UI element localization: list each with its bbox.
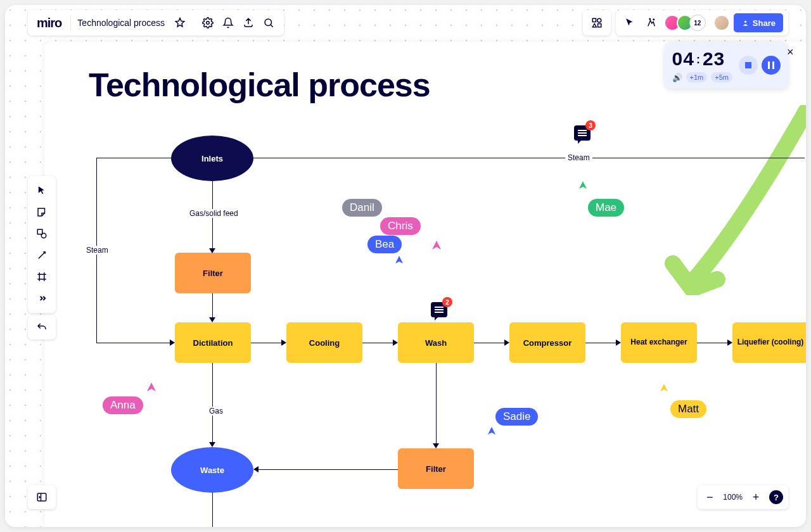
undo-button[interactable] [28,315,56,339]
zoom-value[interactable]: 100% [723,493,743,502]
svg-point-1 [265,19,272,26]
shape-tool[interactable] [30,223,53,244]
cursor-danil: Danil [342,199,382,217]
export-icon[interactable] [239,14,257,32]
avatar-self[interactable] [713,15,730,31]
node-heatex[interactable]: Heat exchanger [621,322,697,363]
star-icon[interactable] [171,14,189,32]
svg-rect-9 [772,61,774,69]
line-tool[interactable] [30,244,53,266]
panel-toggle[interactable] [28,485,56,509]
svg-point-5 [649,18,651,20]
connector[interactable] [212,493,213,527]
connector[interactable] [253,158,805,158]
node-wash[interactable]: Wash [398,322,474,363]
connector[interactable] [251,343,283,343]
svg-rect-7 [745,62,751,68]
timer-stop-button[interactable] [739,56,758,75]
canvas-title[interactable]: Technological process [89,66,430,104]
cursor-icon[interactable] [621,14,639,32]
cursor-matt: Matt [670,400,706,418]
settings-icon[interactable] [199,14,217,32]
top-bar: miro Technological process [28,10,284,35]
timer-time: 04:23 [672,48,732,70]
timer-widget[interactable]: 04:23 🔊 +1m +5m × [665,42,788,89]
zoom-out-button[interactable]: − [703,490,717,504]
bell-icon[interactable] [219,14,237,32]
svg-point-0 [207,22,210,25]
more-tools[interactable] [30,288,53,309]
search-icon[interactable] [260,14,278,32]
edge-label[interactable]: Steam [84,246,111,255]
svg-point-6 [744,20,746,22]
cursor-pointer-icon [431,239,442,251]
connector[interactable] [96,343,171,343]
shapes-icon[interactable] [588,14,606,32]
logo[interactable]: miro [28,16,70,30]
collab-box: 12 Share [616,10,788,35]
zoom-in-button[interactable]: + [749,490,763,504]
connector[interactable] [212,293,213,319]
zoom-bar: − 100% + ? [698,485,788,509]
cursor-pointer-icon [487,426,497,436]
cursor-pointer-icon [146,381,157,393]
cursor-bea: Bea [367,236,402,253]
frame-tool[interactable] [30,266,53,288]
timer-pause-button[interactable] [762,56,781,75]
share-button[interactable]: Share [734,13,783,32]
sound-icon[interactable]: 🔊 [672,73,682,82]
connector[interactable] [585,343,617,343]
app-window: miro Technological process 12 Share 04:2… [5,5,806,527]
edge-label[interactable]: Steam [565,153,592,162]
svg-rect-8 [768,61,770,69]
edge-label[interactable]: Gas/solid feed [187,209,241,218]
node-compressor[interactable]: Compressor [509,322,585,363]
node-cooling[interactable]: Cooling [286,322,362,363]
svg-point-4 [653,19,655,20]
select-tool[interactable] [30,180,53,201]
node-inlets[interactable]: Inlets [171,136,253,181]
connector[interactable] [362,343,394,343]
sticky-tool[interactable] [30,201,53,223]
apps-box[interactable] [583,10,611,35]
node-dictilation[interactable]: Dictilation [175,322,251,363]
cursor-pointer-icon [578,180,588,190]
svg-point-11 [41,233,46,238]
timer-add-1m[interactable]: +1m [686,72,708,82]
comment-icon[interactable]: 2 [431,302,447,317]
edge-label[interactable]: Gas [207,407,226,415]
connector[interactable] [697,343,729,343]
timer-add-5m[interactable]: +5m [711,72,732,82]
cursor-anna: Anna [103,396,143,414]
timer-close-icon[interactable]: × [787,46,800,58]
left-toolbar [28,176,56,313]
node-liquefier[interactable]: Liquefier (cooling) [732,322,806,363]
svg-rect-12 [37,493,46,501]
cursor-mae: Mae [588,199,624,217]
cursor-chris: Chris [380,217,421,235]
connector[interactable] [259,469,398,470]
cursor-sadie: Sadie [495,408,538,426]
board-title[interactable]: Technological process [71,18,171,28]
cursor-pointer-icon [394,255,404,265]
cursor-pointer-icon [659,383,669,393]
share-label: Share [753,18,776,28]
top-right-cluster: 12 Share [583,10,788,35]
svg-point-3 [597,18,601,22]
connector[interactable] [474,343,506,343]
canvas[interactable]: Technological process Inlets Filter Dict… [44,42,806,527]
avatars[interactable]: 12 [664,15,706,31]
connector[interactable] [436,363,437,445]
connector[interactable] [212,363,213,443]
help-button[interactable]: ? [769,490,783,504]
freehand-arrow[interactable] [654,105,806,295]
svg-rect-10 [37,229,42,234]
node-waste[interactable]: Waste [171,447,253,493]
comment-icon[interactable]: 3 [574,125,591,141]
connector[interactable] [96,158,172,158]
reactions-icon[interactable] [642,14,660,32]
svg-rect-2 [592,18,596,22]
avatar-count[interactable]: 12 [689,15,706,31]
node-filter1[interactable]: Filter [175,253,251,293]
node-filter2[interactable]: Filter [398,448,474,489]
